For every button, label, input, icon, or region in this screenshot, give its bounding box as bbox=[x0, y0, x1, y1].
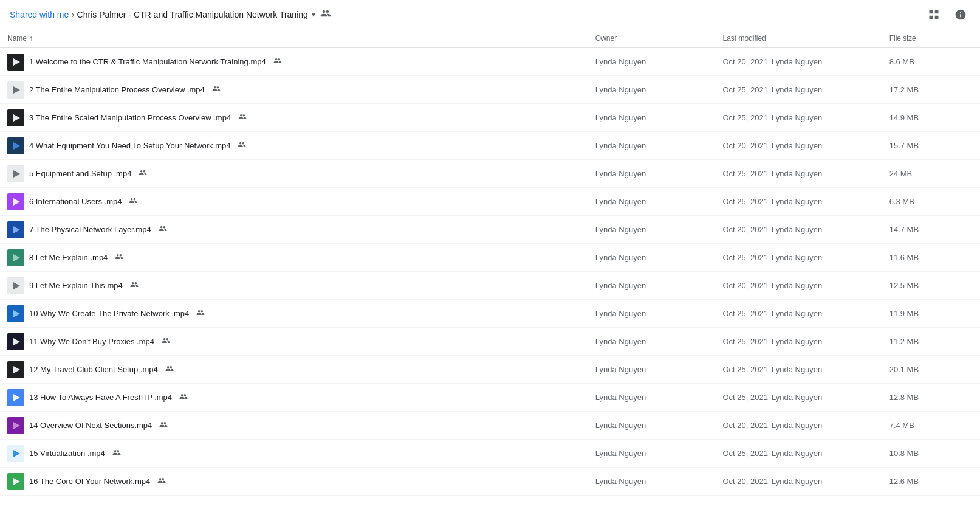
modified-by: Lynda Nguyen bbox=[772, 253, 822, 262]
owner-name: Lynda Nguyen bbox=[595, 57, 646, 66]
cell-name: 3 The Entire Scaled Manipulation Process… bbox=[0, 104, 588, 132]
file-size: 14.7 MB bbox=[889, 225, 919, 234]
table-row[interactable]: 7 The Physical Network Layer.mp4 Lynda N… bbox=[0, 216, 980, 244]
file-size: 17.2 MB bbox=[889, 85, 919, 94]
table-row[interactable]: 4 What Equipment You Need To Setup Your … bbox=[0, 132, 980, 160]
shared-people-icon bbox=[112, 448, 121, 458]
cell-size: 11.9 MB bbox=[882, 300, 980, 328]
modified-date: Oct 25, 2021 bbox=[722, 309, 767, 318]
owner-name: Lynda Nguyen bbox=[595, 113, 646, 122]
breadcrumb-shared-link[interactable]: Shared with me bbox=[10, 10, 69, 19]
grid-view-button[interactable] bbox=[924, 5, 944, 24]
shared-people-icon bbox=[212, 85, 221, 95]
file-name: 5 Equipment and Setup .mp4 bbox=[29, 169, 131, 178]
file-icon bbox=[7, 445, 24, 462]
cell-size: 24 MB bbox=[882, 160, 980, 188]
owner-name: Lynda Nguyen bbox=[595, 309, 646, 318]
cell-name: 9 Let Me Explain This.mp4 bbox=[0, 272, 588, 300]
modified-by: Lynda Nguyen bbox=[772, 113, 822, 122]
owner-name: Lynda Nguyen bbox=[595, 281, 646, 290]
file-name: 15 Virtualization .mp4 bbox=[29, 449, 105, 458]
table-row[interactable]: 8 Let Me Explain .mp4 Lynda Nguyen Oct 2… bbox=[0, 244, 980, 272]
table-row[interactable]: 12 My Travel Club Client Setup .mp4 Lynd… bbox=[0, 356, 980, 384]
table-row[interactable]: 16 The Core Of Your Network.mp4 Lynda Ng… bbox=[0, 468, 980, 496]
cell-owner: Lynda Nguyen bbox=[588, 244, 716, 272]
cell-owner: Lynda Nguyen bbox=[588, 328, 716, 356]
file-icon bbox=[7, 165, 24, 182]
file-icon bbox=[7, 417, 24, 434]
modified-date: Oct 25, 2021 bbox=[722, 253, 767, 262]
modified-by: Lynda Nguyen bbox=[772, 169, 822, 178]
owner-name: Lynda Nguyen bbox=[595, 449, 646, 458]
table-row[interactable]: 5 Equipment and Setup .mp4 Lynda Nguyen … bbox=[0, 160, 980, 188]
col-header-name[interactable]: Name ↑ bbox=[0, 29, 588, 48]
shared-people-icon bbox=[129, 196, 137, 207]
shared-people-icon bbox=[139, 168, 147, 179]
owner-name: Lynda Nguyen bbox=[595, 141, 646, 150]
folder-name-text: Chris Palmer - CTR and Traffic Manipulat… bbox=[77, 10, 308, 19]
modified-date: Oct 20, 2021 bbox=[722, 141, 767, 150]
modified-date: Oct 25, 2021 bbox=[722, 113, 767, 122]
cell-owner: Lynda Nguyen bbox=[588, 160, 716, 188]
file-icon bbox=[7, 333, 24, 350]
file-size: 12.6 MB bbox=[889, 477, 919, 486]
file-size: 12.5 MB bbox=[889, 281, 919, 290]
file-icon bbox=[7, 473, 24, 490]
cell-size: 17.2 MB bbox=[882, 76, 980, 104]
cell-name: 7 The Physical Network Layer.mp4 bbox=[0, 216, 588, 244]
cell-name: 11 Why We Don't Buy Proxies .mp4 bbox=[0, 328, 588, 356]
table-row[interactable]: 15 Virtualization .mp4 Lynda Nguyen Oct … bbox=[0, 440, 980, 468]
table-row[interactable]: 1 Welcome to the CTR & Traffic Manipulat… bbox=[0, 48, 980, 76]
table-row[interactable]: 11 Why We Don't Buy Proxies .mp4 Lynda N… bbox=[0, 328, 980, 356]
modified-by: Lynda Nguyen bbox=[772, 477, 822, 486]
file-name: 13 How To Always Have A Fresh IP .mp4 bbox=[29, 393, 172, 402]
cell-owner: Lynda Nguyen bbox=[588, 104, 716, 132]
cell-size: 11.2 MB bbox=[882, 328, 980, 356]
cell-size: 12.6 MB bbox=[882, 468, 980, 496]
cell-modified: Oct 25, 2021 Lynda Nguyen bbox=[715, 300, 882, 328]
cell-modified: Oct 25, 2021 Lynda Nguyen bbox=[715, 328, 882, 356]
breadcrumb: Shared with me › Chris Palmer - CTR and … bbox=[10, 8, 924, 21]
cell-name: 12 My Travel Club Client Setup .mp4 bbox=[0, 356, 588, 384]
owner-name: Lynda Nguyen bbox=[595, 197, 646, 206]
file-icon bbox=[7, 109, 24, 126]
file-icon bbox=[7, 277, 24, 294]
modified-date: Oct 25, 2021 bbox=[722, 393, 767, 402]
modified-date: Oct 25, 2021 bbox=[722, 337, 767, 346]
cell-modified: Oct 20, 2021 Lynda Nguyen bbox=[715, 216, 882, 244]
cell-modified: Oct 25, 2021 Lynda Nguyen bbox=[715, 356, 882, 384]
file-size: 14.9 MB bbox=[889, 113, 919, 122]
file-name: 9 Let Me Explain This.mp4 bbox=[29, 281, 123, 290]
folder-dropdown-icon[interactable]: ▾ bbox=[312, 10, 315, 19]
col-header-owner: Owner bbox=[588, 29, 716, 48]
table-row[interactable]: 9 Let Me Explain This.mp4 Lynda Nguyen O… bbox=[0, 272, 980, 300]
file-name: 10 Why We Create The Private Network .mp… bbox=[29, 309, 189, 318]
table-row[interactable]: 3 The Entire Scaled Manipulation Process… bbox=[0, 104, 980, 132]
cell-modified: Oct 25, 2021 Lynda Nguyen bbox=[715, 76, 882, 104]
owner-name: Lynda Nguyen bbox=[595, 253, 646, 262]
cell-name: 8 Let Me Explain .mp4 bbox=[0, 244, 588, 272]
file-icon bbox=[7, 193, 24, 210]
file-size: 10.8 MB bbox=[889, 449, 919, 458]
shared-people-icon bbox=[179, 392, 188, 403]
modified-by: Lynda Nguyen bbox=[772, 225, 822, 234]
cell-modified: Oct 25, 2021 Lynda Nguyen bbox=[715, 440, 882, 468]
info-button[interactable] bbox=[951, 5, 970, 24]
table-row[interactable]: 6 International Users .mp4 Lynda Nguyen … bbox=[0, 188, 980, 216]
file-size: 8.6 MB bbox=[889, 57, 914, 66]
cell-owner: Lynda Nguyen bbox=[588, 356, 716, 384]
shared-people-icon bbox=[238, 140, 246, 151]
table-row[interactable]: 14 Overview Of Next Sections.mp4 Lynda N… bbox=[0, 412, 980, 440]
shared-people-icon bbox=[130, 280, 139, 291]
modified-date: Oct 20, 2021 bbox=[722, 225, 767, 234]
table-row[interactable]: 10 Why We Create The Private Network .mp… bbox=[0, 300, 980, 328]
table-row[interactable]: 13 How To Always Have A Fresh IP .mp4 Ly… bbox=[0, 384, 980, 412]
modified-date: Oct 25, 2021 bbox=[722, 365, 767, 374]
table-row[interactable]: 2 The Entire Manipulation Process Overvi… bbox=[0, 76, 980, 104]
cell-name: 4 What Equipment You Need To Setup Your … bbox=[0, 132, 588, 160]
cell-name: 15 Virtualization .mp4 bbox=[0, 440, 588, 468]
cell-modified: Oct 20, 2021 Lynda Nguyen bbox=[715, 412, 882, 440]
modified-date: Oct 20, 2021 bbox=[722, 57, 767, 66]
file-size: 6.3 MB bbox=[889, 197, 914, 206]
cell-modified: Oct 25, 2021 Lynda Nguyen bbox=[715, 188, 882, 216]
